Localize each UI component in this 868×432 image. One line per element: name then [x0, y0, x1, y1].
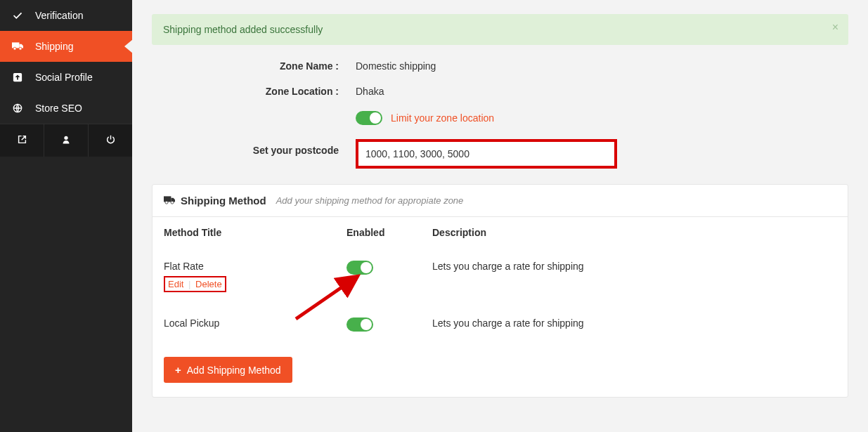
method-description: Lets you charge a rate for shipping — [410, 318, 836, 329]
row-actions-highlight: Edit | Delete — [164, 276, 226, 292]
method-title: Local Pickup — [164, 318, 346, 329]
table-head: Method Title Enabled Description — [164, 217, 836, 248]
method-description: Lets you charge a rate for shipping — [410, 261, 836, 272]
add-shipping-method-button[interactable]: + Add Shipping Method — [164, 357, 292, 383]
sidebar-footer — [0, 124, 132, 157]
sidebar: Verification Shipping Social Profile Sto… — [0, 0, 132, 432]
svg-point-6 — [171, 201, 174, 204]
truck-icon — [11, 42, 24, 51]
postcode-label: Set your postcode — [215, 139, 356, 156]
add-button-label: Add Shipping Method — [187, 365, 281, 376]
method-title: Flat Rate — [164, 261, 346, 272]
zone-name-value: Domestic shipping — [356, 60, 436, 72]
check-icon — [11, 11, 24, 20]
limit-toggle-row: Limit your zone location — [215, 111, 848, 125]
zone-name-row: Zone Name : Domestic shipping — [215, 60, 848, 72]
main-content: Shipping method added successfully × Zon… — [132, 0, 868, 432]
panel-title: Shipping Method — [181, 195, 266, 207]
sidebar-item-store-seo[interactable]: Store SEO — [0, 93, 132, 124]
table-row: Local Pickup Lets you charge a rate for … — [164, 305, 836, 344]
close-icon[interactable]: × — [832, 21, 838, 34]
success-alert: Shipping method added successfully × — [152, 14, 848, 45]
panel-footer: + Add Shipping Method — [153, 344, 848, 397]
zone-name-label: Zone Name : — [215, 60, 356, 72]
postcode-row: Set your postcode — [215, 139, 848, 169]
edit-link[interactable]: Edit — [168, 279, 183, 289]
sidebar-item-shipping[interactable]: Shipping — [0, 31, 132, 62]
power-button[interactable] — [88, 124, 132, 157]
zone-location-row: Zone Location : Dhaka — [215, 86, 848, 97]
table-row: Flat Rate Edit | Delete Lets you charge … — [164, 248, 836, 305]
sidebar-item-label: Verification — [35, 10, 83, 21]
method-enabled-toggle[interactable] — [346, 318, 373, 332]
sidebar-item-label: Store SEO — [35, 103, 82, 114]
user-icon — [62, 135, 70, 146]
delete-link[interactable]: Delete — [195, 279, 222, 289]
svg-point-0 — [13, 47, 16, 50]
postcode-highlight — [356, 139, 617, 169]
limit-zone-link[interactable]: Limit your zone location — [391, 112, 494, 124]
zone-form: Zone Name : Domestic shipping Zone Locat… — [215, 60, 848, 169]
share-icon — [11, 72, 24, 82]
zone-location-label: Zone Location : — [215, 86, 356, 97]
zone-location-value: Dhaka — [356, 86, 384, 97]
external-link-button[interactable] — [0, 124, 44, 157]
globe-icon — [11, 103, 24, 113]
method-enabled-toggle[interactable] — [346, 261, 373, 275]
panel-header: Shipping Method Add your shipping method… — [153, 185, 848, 217]
sidebar-item-label: Shipping — [35, 41, 74, 52]
alert-message: Shipping method added successfully — [163, 24, 323, 35]
postcode-input[interactable] — [365, 148, 607, 159]
svg-point-5 — [165, 201, 168, 204]
truck-icon — [164, 195, 175, 207]
svg-point-4 — [64, 136, 67, 140]
sidebar-item-label: Social Profile — [35, 72, 93, 83]
plus-icon: + — [175, 364, 181, 376]
external-link-icon — [18, 135, 27, 146]
user-button[interactable] — [44, 124, 88, 157]
panel-subtitle: Add your shipping method for appropiate … — [276, 195, 464, 206]
power-icon — [106, 135, 115, 146]
limit-zone-toggle[interactable] — [356, 111, 382, 125]
sidebar-item-social-profile[interactable]: Social Profile — [0, 62, 132, 93]
col-title-header: Method Title — [164, 227, 346, 238]
svg-point-1 — [19, 47, 22, 50]
shipping-table: Method Title Enabled Description Flat Ra… — [153, 217, 848, 344]
col-desc-header: Description — [410, 227, 836, 238]
sidebar-item-verification[interactable]: Verification — [0, 0, 132, 31]
col-enabled-header: Enabled — [346, 227, 410, 238]
shipping-method-panel: Shipping Method Add your shipping method… — [152, 184, 848, 398]
